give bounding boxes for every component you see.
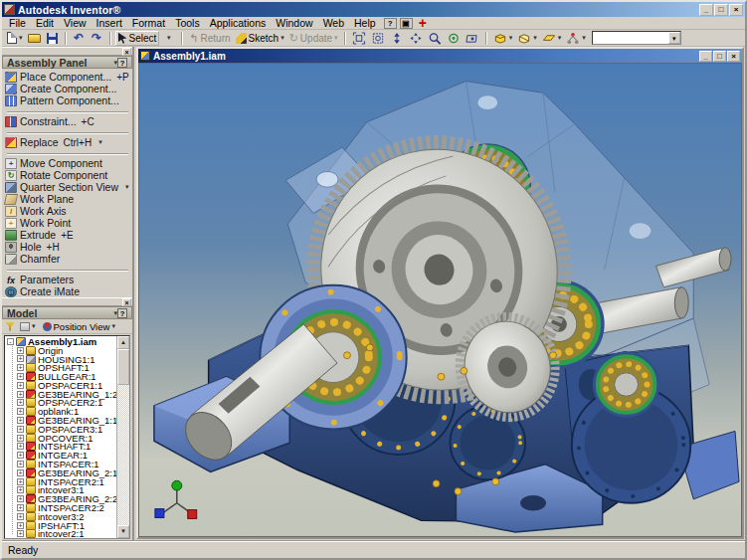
close-button[interactable]: ×	[729, 4, 743, 16]
panel-item-constraint[interactable]: Constraint...+C	[5, 115, 132, 127]
assembly-panel-grab-bar[interactable]: ×	[2, 47, 132, 56]
tree-expander-icon[interactable]: +	[17, 452, 24, 459]
tree-expander-icon[interactable]: +	[17, 382, 24, 389]
help-topics-icon[interactable]: ?	[384, 18, 397, 29]
camera-view-button[interactable]: ▾	[540, 31, 564, 46]
rotate-view-button[interactable]	[445, 31, 463, 46]
window-panel-icon[interactable]: ▣	[400, 18, 413, 29]
scroll-up-icon[interactable]: ▲	[117, 336, 129, 349]
scroll-down-icon[interactable]: ▼	[117, 525, 129, 538]
panel-item-place-component[interactable]: Place Component...+P	[5, 71, 132, 83]
tree-expander-icon[interactable]: -	[7, 338, 14, 345]
tree-expander-icon[interactable]: +	[17, 417, 24, 424]
zoom-all-button[interactable]	[350, 31, 368, 46]
menu-item-file[interactable]: File	[4, 17, 31, 29]
panel-item-create-imate[interactable]: ◎Create iMate	[5, 285, 132, 297]
maximize-button[interactable]: □	[714, 4, 728, 16]
panel-item-extrude[interactable]: Extrude+E	[5, 229, 132, 241]
tree-expander-icon[interactable]: +	[17, 355, 24, 362]
model-panel-help-icon[interactable]: ?	[117, 308, 127, 318]
panel-item-quarter-section-view[interactable]: Quarter Section View▾	[5, 181, 132, 193]
parameter-combo[interactable]: ▾	[592, 31, 681, 45]
model-panel-header[interactable]: Model ▾ ?	[2, 306, 132, 319]
assembly-panel-close-icon[interactable]: ×	[122, 48, 131, 56]
tree-expander-icon[interactable]: +	[17, 443, 24, 450]
menu-item-edit[interactable]: Edit	[31, 17, 59, 29]
tree-expander-icon[interactable]: +	[17, 486, 24, 493]
tree-expander-icon[interactable]: +	[17, 504, 24, 511]
combo-dropdown-icon[interactable]: ▾	[668, 32, 680, 44]
position-view-button[interactable]: Position View▾	[41, 320, 117, 333]
menu-item-tools[interactable]: Tools	[170, 17, 205, 29]
model-panel-grab-bar[interactable]: ×	[2, 297, 132, 306]
menu-item-help[interactable]: Help	[349, 17, 381, 29]
tree-expander-icon[interactable]: +	[17, 408, 24, 415]
minimize-button[interactable]: _	[699, 4, 713, 16]
new-file-button[interactable]: ▾	[5, 31, 25, 46]
doc-restore-button[interactable]: □	[713, 51, 726, 62]
gearbox-scene[interactable]	[139, 64, 741, 536]
tree-expander-icon[interactable]: +	[17, 347, 24, 354]
assembly-panel-header[interactable]: Assembly Panel ▾ ?	[2, 56, 132, 69]
tree-expander-icon[interactable]: +	[17, 530, 24, 537]
tree-expander-icon[interactable]: +	[17, 364, 24, 371]
panel-item-replace[interactable]: ReplaceCtrl+H▾	[5, 136, 132, 148]
collaboration-plus-icon[interactable]: +	[419, 18, 427, 29]
wireframe-display-button[interactable]: ▾	[515, 31, 539, 46]
3d-viewport[interactable]	[138, 63, 742, 537]
tree-expander-icon[interactable]: +	[17, 435, 24, 442]
tree-item-label[interactable]: intcover1:1	[38, 537, 84, 538]
analysis-button[interactable]: ▾	[564, 31, 588, 46]
select-dropdown[interactable]: ▾	[160, 31, 177, 46]
menu-item-applications[interactable]: Applications	[205, 17, 272, 29]
menu-item-window[interactable]: Window	[271, 17, 317, 29]
panel-item-pattern-component[interactable]: Pattern Component...	[5, 94, 132, 106]
browser-mode-button[interactable]: ▾	[18, 320, 38, 333]
panel-item-work-axis[interactable]: /Work Axis	[5, 205, 132, 217]
scrollbar-thumb[interactable]	[117, 349, 129, 385]
panel-item-work-plane[interactable]: Work Plane	[5, 193, 132, 205]
menu-item-view[interactable]: View	[59, 17, 92, 29]
model-panel-close-icon[interactable]: ×	[122, 298, 131, 306]
tree-expander-icon[interactable]: +	[17, 522, 24, 529]
small-cover-plate[interactable]	[450, 406, 525, 479]
lower-right-bearing[interactable]	[593, 351, 660, 417]
document-title-bar[interactable]: Assembly1.iam _ □ ×	[138, 49, 742, 63]
panel-item-work-point[interactable]: +Work Point	[5, 217, 132, 229]
tree-expander-icon[interactable]: +	[17, 399, 24, 406]
return-button[interactable]: ↰Return	[187, 31, 232, 46]
redo-button[interactable]: ↷	[89, 31, 105, 46]
tree-scrollbar[interactable]: ▲ ▼	[116, 336, 129, 538]
tree-expander-icon[interactable]: +	[17, 426, 24, 433]
doc-close-button[interactable]: ×	[727, 51, 740, 62]
panel-item-chamfer[interactable]: Chamfer	[5, 253, 132, 265]
panel-item-hole[interactable]: Hole+H	[5, 241, 132, 253]
menu-item-web[interactable]: Web	[318, 17, 349, 29]
shaded-display-button[interactable]: ▾	[491, 31, 515, 46]
open-file-button[interactable]	[26, 31, 43, 46]
tree-expander-icon[interactable]: +	[17, 495, 24, 502]
tree-expander-icon[interactable]: +	[17, 513, 24, 520]
look-at-button[interactable]	[464, 31, 481, 46]
pan-button[interactable]	[407, 31, 425, 46]
panel-item-move-component[interactable]: +Move Component	[5, 157, 132, 169]
update-button[interactable]: ↻Update▾	[287, 31, 340, 46]
zoom-selected-button[interactable]	[426, 31, 444, 46]
select-button[interactable]: Select	[115, 31, 160, 46]
tree-expander-icon[interactable]: +	[17, 391, 24, 398]
panel-item-rotate-component[interactable]: ↻Rotate Component	[5, 169, 132, 181]
panel-item-dropdown-icon[interactable]: ▾	[98, 138, 102, 146]
assembly-panel-help-icon[interactable]: ?	[117, 58, 127, 68]
sketch-button[interactable]: Sketch▾	[234, 31, 286, 46]
undo-button[interactable]: ↶	[71, 31, 88, 46]
zoom-window-button[interactable]	[369, 31, 387, 46]
tree-expander-icon[interactable]: +	[17, 461, 24, 467]
tree-expander-icon[interactable]: +	[17, 469, 24, 476]
zoom-button[interactable]	[388, 31, 406, 46]
tree-expander-icon[interactable]: +	[17, 373, 24, 380]
panel-item-create-component[interactable]: Create Component...	[5, 83, 132, 94]
filter-icon[interactable]	[5, 322, 15, 331]
menu-item-format[interactable]: Format	[127, 17, 170, 29]
save-button[interactable]	[44, 31, 61, 46]
menu-item-insert[interactable]: Insert	[92, 17, 127, 29]
